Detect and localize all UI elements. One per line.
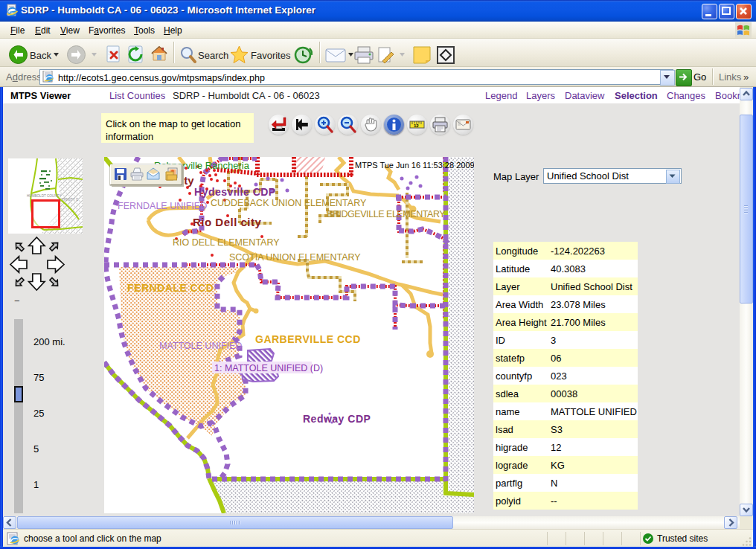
svg-text:MTPS Tue Jun 16 11:53:28 2009: MTPS Tue Jun 16 11:53:28 2009 [355,161,474,170]
svg-text:FERNDALE UNIFIED: FERNDALE UNIFIED [118,201,207,211]
svg-text:SCOTIA UNION ELEMENTARY: SCOTIA UNION ELEMENTARY [229,252,361,263]
svg-text:FERNDALE CCD: FERNDALE CCD [127,282,214,294]
svg-text:12: 12 [414,123,419,128]
svg-text:GARBERVILLE CCD: GARBERVILLE CCD [255,333,361,345]
svg-text:1: MATTOLE UNIFIED (D): 1: MATTOLE UNIFIED (D) [214,363,323,373]
svg-text:RIO DELL ELEMENTARY: RIO DELL ELEMENTARY [173,237,280,248]
svg-text:MATTOLE UNIFIED: MATTOLE UNIFIED [159,341,242,351]
svg-text:CUDDEBACK UNION ELEMENTARY: CUDDEBACK UNION ELEMENTARY [211,198,367,208]
svg-text:TRINITY C: TRINITY C [62,198,79,202]
svg-text:Rio Dell city: Rio Dell city [193,216,262,228]
svg-text:Hydesville CDP: Hydesville CDP [194,186,276,198]
svg-text:BRIDGEVILLE ELEMENTARY: BRIDGEVILLE ELEMENTARY [327,209,446,219]
svg-text:Redway CDP: Redway CDP [303,413,371,425]
svg-text:HUMBOLDT COUNTY: HUMBOLDT COUNTY [27,194,61,198]
